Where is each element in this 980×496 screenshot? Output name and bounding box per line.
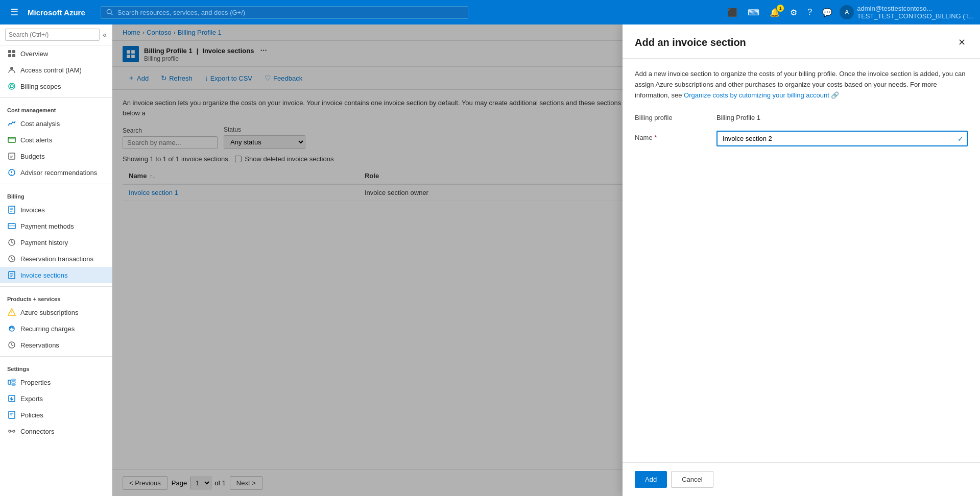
- iam-icon: [7, 65, 16, 75]
- sidebar-item-properties[interactable]: Properties: [0, 374, 112, 390]
- settings-section: Settings: [0, 360, 112, 374]
- add-invoice-section-button[interactable]: Add: [635, 471, 667, 488]
- name-required: *: [654, 134, 657, 141]
- portal-icon[interactable]: ⬛: [724, 6, 740, 19]
- policies-icon: [7, 410, 16, 419]
- reservation-transactions-icon: [7, 254, 16, 263]
- reservations-icon: [7, 340, 16, 350]
- sidebar-item-connectors[interactable]: Connectors: [0, 423, 112, 439]
- billing-section: Billing: [0, 187, 112, 202]
- budgets-icon: [7, 152, 16, 161]
- billing-profile-field: Billing profile Billing Profile 1: [635, 111, 968, 121]
- sidebar-item-cost-alerts[interactable]: Cost alerts: [0, 132, 112, 148]
- products-section: Products + services: [0, 290, 112, 304]
- divider-2: [0, 184, 112, 184]
- sidebar-item-reservations[interactable]: Reservations: [0, 337, 112, 353]
- azure-subscriptions-icon: [7, 308, 16, 317]
- sidebar-item-advisor[interactable]: Advisor recommendations: [0, 164, 112, 181]
- sidebar-item-label: Cost analysis: [20, 120, 60, 128]
- svg-point-6: [10, 67, 13, 70]
- notifications-icon[interactable]: 🔔: [767, 6, 783, 19]
- sidebar-item-label: Billing scopes: [20, 83, 61, 90]
- user-profile[interactable]: A admin@testtestcontoso... TEST_TEST_CON…: [840, 5, 974, 20]
- top-nav: ☰ Microsoft Azure ⬛ ⌨ 🔔 ⚙ ? 💬 A admin@te…: [0, 0, 980, 24]
- cloud-shell-icon[interactable]: ⌨: [745, 6, 762, 19]
- sidebar-item-reservation-transactions[interactable]: Reservation transactions: [0, 251, 112, 267]
- sidebar-item-label: Recurring charges: [20, 325, 75, 333]
- global-search[interactable]: [101, 6, 468, 19]
- panel-desc-link[interactable]: Organize costs by cutomizing your billin…: [684, 91, 829, 99]
- name-input[interactable]: [716, 131, 968, 146]
- help-icon[interactable]: ?: [804, 6, 815, 19]
- sidebar-item-exports[interactable]: Exports: [0, 390, 112, 407]
- sidebar-item-label: Properties: [20, 379, 51, 386]
- sidebar-item-payment-methods[interactable]: Payment methods: [0, 218, 112, 234]
- payment-methods-icon: [7, 221, 16, 231]
- hamburger-menu[interactable]: ☰: [6, 5, 22, 20]
- sidebar-item-invoice-sections[interactable]: Invoice sections: [0, 267, 112, 283]
- divider-4: [0, 356, 112, 357]
- cost-alerts-icon: [7, 135, 16, 144]
- side-panel-overlay[interactable]: Add an invoice section ✕ Add a new invoi…: [112, 24, 980, 496]
- invoices-icon: [7, 205, 16, 214]
- search-icon: [106, 9, 113, 16]
- svg-rect-22: [12, 382, 15, 383]
- svg-point-27: [13, 430, 15, 432]
- sidebar-item-label: Payment history: [20, 239, 68, 246]
- side-panel-close-button[interactable]: ✕: [956, 35, 968, 50]
- svg-rect-20: [8, 380, 11, 384]
- sidebar-search-container: «: [0, 24, 112, 45]
- svg-point-7: [9, 83, 15, 89]
- sidebar-item-payment-history[interactable]: Payment history: [0, 234, 112, 251]
- exports-icon: [7, 394, 16, 403]
- global-search-input[interactable]: [117, 9, 463, 16]
- sidebar-item-budgets[interactable]: Budgets: [0, 148, 112, 164]
- nav-icons: ⬛ ⌨ 🔔 ⚙ ? 💬 A admin@testtestcontoso... T…: [724, 5, 974, 20]
- svg-line-1: [111, 13, 112, 15]
- sidebar-item-invoices[interactable]: Invoices: [0, 202, 112, 218]
- cost-management-section: Cost management: [0, 101, 112, 115]
- sidebar-item-label: Policies: [20, 411, 43, 419]
- divider-3: [0, 286, 112, 287]
- sidebar-item-label: Overview: [20, 50, 48, 58]
- name-field: Name * ✓: [635, 131, 968, 146]
- side-panel-header: Add an invoice section ✕: [623, 24, 980, 59]
- svg-rect-23: [12, 384, 15, 385]
- sidebar-item-label: Invoice sections: [20, 271, 68, 279]
- sidebar-item-label: Reservation transactions: [20, 255, 93, 263]
- panel-description: Add a new invoice section to organize th…: [635, 69, 968, 101]
- svg-rect-21: [12, 379, 15, 381]
- sidebar-item-overview[interactable]: Overview: [0, 45, 112, 62]
- sidebar-item-azure-subscriptions[interactable]: Azure subscriptions: [0, 304, 112, 320]
- check-icon: ✓: [958, 135, 964, 143]
- svg-rect-9: [8, 137, 15, 142]
- sidebar-collapse-btn[interactable]: «: [103, 31, 107, 39]
- panel-desc-icon: 🔗: [831, 91, 839, 99]
- svg-point-8: [10, 85, 13, 88]
- sidebar-item-label: Exports: [20, 395, 43, 403]
- advisor-icon: [7, 168, 16, 177]
- sidebar-item-recurring-charges[interactable]: Recurring charges: [0, 320, 112, 337]
- sidebar-search-input[interactable]: [5, 29, 100, 41]
- sidebar-item-label: Access control (IAM): [20, 66, 82, 74]
- content-area: Home › Contoso › Billing Profile 1 Billi…: [112, 24, 980, 496]
- cost-analysis-icon: [7, 119, 16, 128]
- sidebar-item-label: Advisor recommendations: [20, 169, 97, 177]
- sidebar-item-policies[interactable]: Policies: [0, 407, 112, 423]
- recurring-charges-icon: [7, 324, 16, 333]
- svg-rect-2: [8, 50, 11, 53]
- overview-icon: [7, 49, 16, 58]
- billing-profile-value: Billing Profile 1: [716, 111, 760, 121]
- svg-rect-14: [8, 225, 15, 227]
- sidebar-item-iam[interactable]: Access control (IAM): [0, 62, 112, 78]
- cancel-button[interactable]: Cancel: [671, 471, 713, 488]
- settings-icon[interactable]: ⚙: [787, 6, 800, 19]
- sidebar-item-cost-analysis[interactable]: Cost analysis: [0, 115, 112, 132]
- side-panel-title: Add an invoice section: [635, 37, 746, 48]
- user-name: admin@testtestcontoso...: [857, 5, 974, 12]
- sidebar-item-billing-scopes[interactable]: Billing scopes: [0, 78, 112, 94]
- sidebar-item-label: Connectors: [20, 428, 54, 435]
- billing-scopes-icon: [7, 82, 16, 91]
- connectors-icon: [7, 427, 16, 436]
- feedback-icon[interactable]: 💬: [819, 6, 835, 19]
